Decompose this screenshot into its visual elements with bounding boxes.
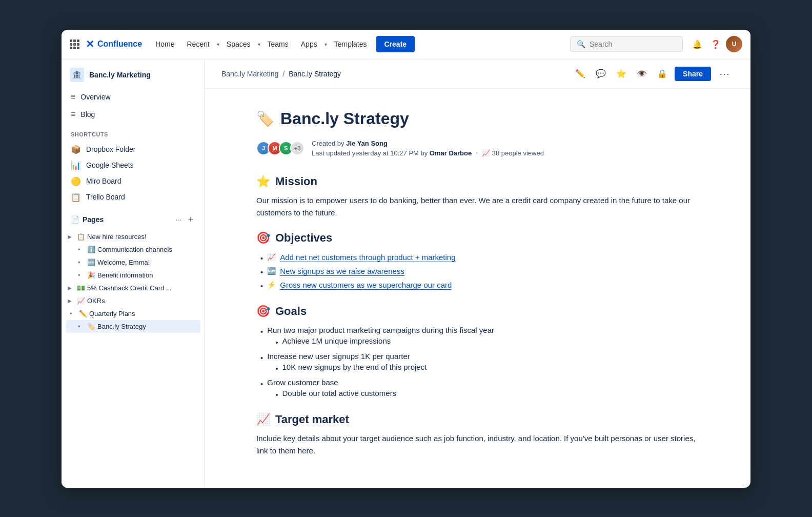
bullet-icon: • — [78, 323, 85, 330]
share-button[interactable]: Share — [675, 67, 711, 81]
page-meta: J M S +3 Created by Jie Yan Song Last up… — [256, 138, 699, 158]
goal-sub-item-2-1: • 10K new signups by the end of this pro… — [275, 362, 427, 374]
section-mission: ⭐ Mission Our mission is to empower user… — [256, 175, 699, 219]
objectives-title: Objectives — [275, 231, 332, 245]
objective-item-2: • 🆕 New signups as we raise awareness — [260, 265, 699, 279]
bullet-dot: • — [260, 353, 263, 362]
shortcut-label: Miro Board — [86, 177, 121, 185]
objective-emoji-1: 📈 — [267, 253, 276, 261]
pages-section: 📄 Pages ··· + ▶ 📋 New hire resources! • — [62, 209, 205, 333]
section-target-market: 📈 Target market Include key details abou… — [256, 413, 699, 457]
goal-text-3: Grow customer base — [267, 378, 338, 387]
tree-item-emoji: 🎉 — [87, 271, 95, 279]
restrict-button[interactable]: 🔒 — [654, 66, 671, 82]
search-input[interactable] — [590, 40, 672, 48]
space-name: Banc.ly Marketing — [89, 71, 151, 79]
tree-item-emoji: 📋 — [77, 233, 85, 241]
sub-bullet-dot: • — [275, 338, 278, 347]
tree-item-benefit-info[interactable]: • 🎉 Benefit information — [66, 269, 200, 282]
objective-link-1[interactable]: Add net net customers through product + … — [280, 253, 455, 262]
objective-link-2[interactable]: New signups as we raise awareness — [280, 267, 404, 276]
avatar-count: +3 — [290, 141, 304, 155]
nav-spaces[interactable]: Spaces — [221, 37, 256, 51]
star-button[interactable]: ⭐ — [613, 66, 630, 82]
tree-item-label: OKRs — [87, 297, 105, 305]
bullet-dot: • — [260, 282, 263, 290]
sidebar-item-blog[interactable]: ≡ Blog — [66, 106, 200, 123]
create-button[interactable]: Create — [376, 36, 415, 52]
nav-templates[interactable]: Templates — [329, 37, 372, 51]
tree-item-comm-channels[interactable]: • ℹ️ Communication channels — [66, 243, 200, 256]
sidebar-shortcuts: 📦 Dropbox Folder 📊 Google Sheets 🟡 Miro … — [62, 142, 205, 205]
tree-item-okrs[interactable]: ▶ 📈 OKRs — [66, 294, 200, 307]
logo[interactable]: ✕ Confluence — [86, 38, 142, 50]
bullet-icon: • — [78, 271, 85, 279]
tree-item-label: Banc.ly Strategy — [97, 323, 146, 330]
goal-sub-list-1: • Achieve 1M unique impressions — [275, 335, 494, 348]
bullet-icon: • — [78, 246, 85, 253]
breadcrumb-bar: Banc.ly Marketing / Banc.ly Strategy ✏️ … — [205, 59, 750, 89]
help-button[interactable]: ❓ — [707, 36, 724, 52]
objective-emoji-2: 🆕 — [267, 267, 276, 275]
goals-title: Goals — [275, 305, 307, 318]
tree-item-label: Welcome, Emma! — [97, 258, 150, 266]
sidebar-space-header[interactable]: 🏦 Banc.ly Marketing — [62, 59, 205, 88]
grid-icon[interactable] — [70, 39, 79, 49]
chevron-right-icon: ▶ — [68, 285, 75, 291]
goal-sub-list-3: • Double our total active customers — [275, 388, 396, 400]
tree-item-label: Quarterly Plans — [89, 310, 135, 317]
edit-button[interactable]: ✏️ — [572, 66, 588, 82]
nav-recent[interactable]: Recent — [181, 37, 214, 51]
tree-item-quarterly-plans[interactable]: • ✏️ Quarterly Plans — [66, 307, 200, 320]
bullet-dot: • — [260, 268, 263, 276]
watch-button[interactable]: 👁️ — [634, 66, 650, 82]
notification-button[interactable]: 🔔 — [689, 36, 705, 52]
goal-sub-text: Achieve 1M unique impressions — [282, 336, 391, 345]
comment-button[interactable]: 💬 — [593, 66, 609, 82]
bullet-icon: • — [78, 258, 85, 266]
page-content: 🏷️ Banc.ly Strategy J M S +3 Created by … — [205, 89, 750, 488]
chevron-right-icon: ▶ — [68, 234, 75, 240]
section-objectives: 🎯 Objectives • 📈 Add net net customers t… — [256, 231, 699, 292]
target-market-content: Include key details about your target au… — [256, 432, 699, 457]
sidebar: 🏦 Banc.ly Marketing ≡ Overview ≡ Blog SH… — [62, 59, 205, 488]
tree-item-cashback[interactable]: ▶ 💵 5% Cashback Credit Card ... — [66, 282, 200, 294]
breadcrumb-parent[interactable]: Banc.ly Marketing — [221, 70, 278, 78]
tree-item-new-hire[interactable]: ▶ 📋 New hire resources! — [66, 230, 200, 243]
tree-item-label: 5% Cashback Credit Card ... — [87, 284, 172, 292]
tree-item-emoji: ℹ️ — [87, 246, 95, 253]
goal-item-2: • Increase new user signups 1K per quart… — [260, 350, 699, 376]
tree-item-bancly-strategy[interactable]: • 🏷️ Banc.ly Strategy — [66, 320, 200, 333]
objectives-list: • 📈 Add net net customers through produc… — [260, 251, 699, 292]
sidebar-item-overview[interactable]: ≡ Overview — [66, 88, 200, 106]
objective-link-3[interactable]: Gross new customers as we supercharge ou… — [280, 281, 452, 290]
tree-item-emoji: ✏️ — [79, 310, 87, 317]
tree-item-label: Benefit information — [97, 271, 153, 279]
top-navigation: ✕ Confluence Home Recent▾ Spaces▾ Teams … — [62, 30, 750, 59]
search-box[interactable]: 🔍 — [570, 36, 683, 52]
tree-item-emoji: 🆕 — [87, 258, 95, 266]
shortcut-label: Dropbox Folder — [86, 145, 136, 153]
tree-item-welcome-emma[interactable]: • 🆕 Welcome, Emma! — [66, 256, 200, 269]
dropbox-icon: 📦 — [71, 145, 81, 154]
sidebar-shortcut-gsheets[interactable]: 📊 Google Sheets — [66, 157, 200, 173]
goal-text-1: Run two major product marketing campaign… — [267, 326, 494, 334]
breadcrumb-separator: / — [282, 70, 285, 78]
space-icon: 🏦 — [70, 68, 84, 82]
sidebar-shortcut-miro[interactable]: 🟡 Miro Board — [66, 173, 200, 189]
section-goals: 🎯 Goals • Run two major product marketin… — [256, 305, 699, 403]
nav-home[interactable]: Home — [150, 37, 179, 51]
sidebar-nav: ≡ Overview ≡ Blog — [62, 88, 205, 123]
pages-add-button[interactable]: + — [186, 213, 195, 226]
sidebar-shortcut-trello[interactable]: 📋 Trello Board — [66, 189, 200, 205]
page-title: 🏷️ Banc.ly Strategy — [256, 109, 699, 128]
target-market-title: Target market — [275, 413, 349, 426]
nav-teams[interactable]: Teams — [262, 37, 294, 51]
nav-apps[interactable]: Apps — [296, 37, 322, 51]
goals-list: • Run two major product marketing campai… — [260, 324, 699, 403]
more-options-button[interactable]: ⋯ — [715, 66, 734, 82]
avatar[interactable]: U — [726, 36, 742, 52]
pages-more-button[interactable]: ··· — [174, 213, 184, 226]
objective-emoji-3: ⚡ — [267, 281, 276, 289]
sidebar-shortcut-dropbox[interactable]: 📦 Dropbox Folder — [66, 142, 200, 157]
